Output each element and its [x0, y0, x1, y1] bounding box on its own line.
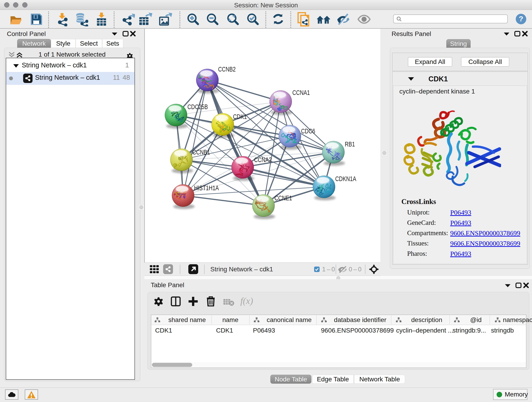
svg-text:?: ? — [519, 15, 523, 23]
